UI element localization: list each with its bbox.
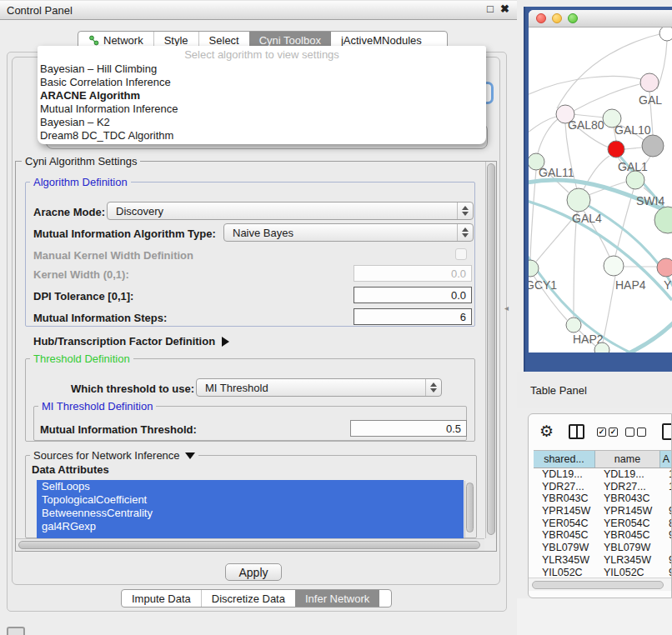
column-header-shared[interactable]: shared...: [534, 451, 595, 468]
tab-label: Discretize Data: [212, 592, 285, 605]
algorithm-dropdown-popup: Select algorithm to view settings Bayesi…: [38, 46, 486, 144]
attribute-item-betweennesscentrality[interactable]: BetweennessCentrality: [37, 507, 464, 520]
tab-label: Infer Network: [305, 592, 369, 605]
algorithm-option-mutual-information-inference[interactable]: Mutual Information Inference: [38, 102, 486, 116]
table-cell: YER054C: [534, 518, 595, 530]
cyni-mode-tabs: Impute DataDiscretize DataInfer Network: [121, 589, 392, 608]
network-node[interactable]: [608, 141, 624, 158]
mi-threshold-field[interactable]: 0.5: [350, 420, 467, 437]
column-header-a[interactable]: A: [660, 451, 672, 468]
attribute-item-topologicalcoefficient[interactable]: TopologicalCoefficient: [37, 493, 464, 507]
table-cell: 9.: [660, 529, 672, 542]
minimize-traffic-light-icon[interactable]: [552, 13, 562, 23]
control-panel-title: Control Panel: [0, 4, 73, 17]
network-node-gcy1[interactable]: [529, 260, 539, 277]
network-node-label: GAL11: [539, 166, 574, 179]
network-node-hap2[interactable]: [566, 318, 581, 332]
combo-stepper-icon[interactable]: [457, 224, 473, 241]
network-node-label: GAL: [639, 93, 662, 107]
collapse-arrow-icon[interactable]: [185, 452, 195, 459]
tab-discretize-data[interactable]: Discretize Data: [201, 590, 295, 607]
table-row[interactable]: YIL052CYIL052C9: [534, 567, 672, 579]
zoom-traffic-light-icon[interactable]: [568, 13, 578, 23]
control-panel-titlebar: Control Panel: [0, 0, 517, 20]
network-edge[interactable]: [529, 117, 556, 142]
table-rows: YDL19...YDL19...13YDR27...YDR27...12YBR0…: [534, 468, 672, 578]
deselect-all-icon[interactable]: [625, 428, 646, 437]
table-row[interactable]: YBR045CYBR045C9.: [534, 529, 672, 542]
network-edge[interactable]: [603, 276, 615, 342]
mi-algorithm-type-combobox[interactable]: Naive Bayes: [223, 223, 474, 242]
network-node[interactable]: [642, 135, 664, 157]
close-window-icon[interactable]: ✖: [500, 2, 509, 15]
clipped-toolbar-icon[interactable]: [662, 423, 672, 440]
settings-horizontal-scrollbar[interactable]: [16, 538, 484, 551]
data-attributes-list: SelfLoopsTopologicalCoefficientBetweenne…: [37, 480, 464, 538]
settings-vertical-scrollbar[interactable]: [485, 162, 496, 538]
table-row[interactable]: YER054CYER054C8.: [534, 518, 672, 530]
network-edge[interactable]: [615, 189, 634, 256]
algorithm-definition-title: Algorithm Definition: [30, 176, 131, 188]
hub-definition-expander[interactable]: Hub/Transcription Factor Definition: [33, 335, 229, 348]
attribute-item-gal4rgexp[interactable]: gal4RGexp: [37, 520, 464, 533]
sources-title: Sources for Network Inference: [33, 449, 180, 462]
select-all-icon[interactable]: ✓✓: [597, 428, 618, 437]
network-node-label: GCY1: [529, 278, 557, 292]
algorithm-option-aracne-algorithm[interactable]: ARACNE Algorithm: [38, 89, 486, 102]
table-row[interactable]: YLR345WYLR345W9.: [534, 554, 672, 567]
network-node-gal4[interactable]: [567, 188, 590, 212]
network-node-label: GAL80: [568, 118, 604, 132]
splitpane-arrow-icon[interactable]: ◂: [504, 303, 509, 312]
table-cell: YBR045C: [595, 529, 660, 542]
dpi-tolerance-label: DPI Tolerance [0,1]:: [33, 290, 133, 302]
attribute-item-selfloops[interactable]: SelfLoops: [37, 480, 464, 493]
table-row[interactable]: YBR043CYBR043C: [534, 492, 672, 505]
table-settings-gear-icon[interactable]: ⚙: [539, 422, 554, 441]
network-icon: [88, 35, 99, 46]
network-node-hap4[interactable]: [604, 256, 624, 276]
apply-button[interactable]: Apply: [225, 563, 282, 581]
manual-kernel-width-checkbox[interactable]: [455, 248, 467, 260]
tab-infer-network[interactable]: Infer Network: [295, 590, 379, 607]
table-row[interactable]: YPR145WYPR145W9.: [534, 505, 672, 518]
column-header-name[interactable]: name: [595, 451, 660, 468]
network-window-titlebar[interactable]: [529, 10, 672, 28]
dpi-tolerance-field[interactable]: 0.0: [354, 287, 472, 303]
network-node-gal1[interactable]: [626, 171, 644, 189]
expander-arrow-icon[interactable]: [222, 337, 229, 347]
close-traffic-light-icon[interactable]: [536, 13, 546, 23]
hub-definition-label: Hub/Transcription Factor Definition: [33, 335, 215, 348]
aracne-mode-combobox[interactable]: Discovery: [107, 202, 474, 220]
network-edge[interactable]: [572, 114, 604, 118]
table-row[interactable]: YBL079WYBL079W: [534, 542, 672, 554]
algorithm-option-dream8-dc-tdc-algorithm[interactable]: Dream8 DC_TDC Algorithm: [38, 129, 486, 142]
which-threshold-combobox[interactable]: MI Threshold: [196, 378, 442, 397]
network-edge[interactable]: [538, 119, 558, 153]
table-horizontal-scrollbar[interactable]: [529, 578, 671, 591]
tab-impute-data[interactable]: Impute Data: [122, 590, 201, 607]
network-edge[interactable]: [624, 148, 642, 149]
network-edge[interactable]: [574, 212, 577, 317]
table-row[interactable]: YDR27...YDR27...12: [534, 481, 672, 493]
network-node-gal[interactable]: [640, 73, 659, 92]
network-edge-highlighted[interactable]: [621, 321, 672, 352]
mi-threshold-label: Mutual Information Threshold:: [40, 423, 197, 436]
network-canvas[interactable]: GALGAL80GAL10GAL1GAL11GAL4SWI4GCY1HAP4YH…: [529, 28, 672, 352]
algorithm-option-basic-correlation-inference[interactable]: Basic Correlation Inference: [38, 76, 486, 89]
network-node[interactable]: [659, 28, 672, 41]
column-layout-icon[interactable]: [569, 424, 584, 439]
algorithm-option-bayesian-k2[interactable]: Bayesian – K2: [38, 116, 486, 129]
combo-stepper-icon[interactable]: [457, 202, 473, 219]
float-window-icon[interactable]: □: [487, 2, 494, 15]
manual-kernel-width-label: Manual Kernel Width Definition: [33, 249, 193, 262]
network-node-swi4[interactable]: [654, 207, 672, 233]
table-row[interactable]: YDL19...YDL19...13: [534, 468, 672, 481]
kernel-width-field[interactable]: 0.0: [354, 265, 472, 282]
network-edge[interactable]: [574, 83, 644, 111]
attributes-list-scrollbar[interactable]: [464, 481, 474, 538]
combo-stepper-icon[interactable]: [425, 379, 441, 396]
mi-steps-field[interactable]: 6: [354, 308, 472, 325]
network-node-y[interactable]: [657, 258, 672, 277]
sources-title-expander[interactable]: Sources for Network Inference: [30, 449, 198, 462]
algorithm-option-bayesian-hill-climbing[interactable]: Bayesian – Hill Climbing: [38, 62, 486, 76]
